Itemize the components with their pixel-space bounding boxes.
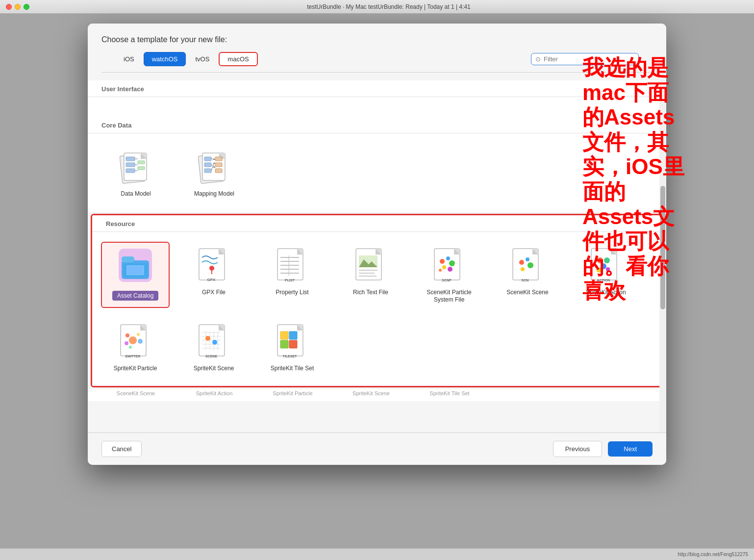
scnp-icon: SCNP xyxy=(429,246,469,285)
scrollbar-thumb[interactable] xyxy=(660,186,665,309)
svg-point-81 xyxy=(601,263,606,269)
rich-text-label: Rich Text File xyxy=(353,289,388,297)
emitter-icon: EMITTER xyxy=(116,322,155,361)
tab-ios[interactable]: iOS xyxy=(115,52,143,66)
spritekit-particle-partial: SpriteKit Particle xyxy=(258,389,327,397)
file-item-rich-text[interactable]: Rich Text File xyxy=(336,242,405,308)
resource-grid-row3: SceneKit Scene SpriteKit Action SpriteKi… xyxy=(88,389,666,401)
svg-point-80 xyxy=(604,257,610,263)
filter-input[interactable] xyxy=(544,55,634,63)
platform-tabs: iOS watchOS tvOS macOS xyxy=(115,52,258,66)
close-button[interactable] xyxy=(6,4,12,10)
window-chrome: testUrBundle · My Mac testUrBundle: Read… xyxy=(0,0,754,14)
svg-point-37 xyxy=(209,266,214,271)
svg-point-64 xyxy=(442,265,446,269)
svg-point-91 xyxy=(138,339,143,344)
svg-rect-113 xyxy=(280,331,288,339)
svg-rect-18 xyxy=(204,169,211,173)
file-item-spritekit-action[interactable]: ACTION SpriteKit Action xyxy=(572,242,640,308)
property-list-label: Property List xyxy=(276,289,308,297)
file-item-spritekit-tileset[interactable]: TILESET SpriteKit Tile Set xyxy=(258,318,327,377)
svg-text:SCN: SCN xyxy=(522,279,529,282)
section-header-resource: Resource xyxy=(92,215,662,232)
svg-rect-16 xyxy=(204,157,211,161)
svg-text:EMITTER: EMITTER xyxy=(126,355,141,358)
svg-point-72 xyxy=(526,257,529,261)
file-item-spritekit-particle[interactable]: EMITTER SpriteKit Particle xyxy=(101,318,170,377)
minimize-button[interactable] xyxy=(15,4,21,10)
filter-input-wrap[interactable]: ⊙ xyxy=(531,53,639,65)
file-item-scenekit-particle[interactable]: SCNP SceneKit Particle System File xyxy=(415,242,483,308)
file-item-asset-catalog[interactable]: Asset Catalog xyxy=(101,242,170,308)
file-item-spritekit-scene[interactable]: SCENE SpriteKit Scene xyxy=(179,318,248,377)
file-item-data-model[interactable]: Data Model xyxy=(101,143,170,202)
svg-rect-115 xyxy=(280,340,288,348)
spritekit-scene-partial: SpriteKit Scene xyxy=(337,389,405,397)
svg-rect-25 xyxy=(215,157,222,161)
svg-text:GPX: GPX xyxy=(207,278,216,282)
svg-point-92 xyxy=(125,341,128,345)
svg-point-74 xyxy=(521,267,525,271)
mapping-model-label: Mapping Model xyxy=(194,190,234,198)
svg-rect-30 xyxy=(122,256,134,262)
svg-text:ACTION: ACTION xyxy=(597,279,610,282)
maximize-button[interactable] xyxy=(24,4,29,10)
asset-catalog-selected-label: Asset Catalog xyxy=(112,291,159,301)
next-button[interactable]: Next xyxy=(608,441,653,457)
filter-area: ⊙ xyxy=(531,53,639,65)
svg-point-66 xyxy=(439,269,442,272)
svg-point-93 xyxy=(129,346,132,349)
dialog-footer: Cancel Previous Next xyxy=(88,433,666,465)
svg-point-71 xyxy=(519,260,524,265)
svg-rect-17 xyxy=(204,163,211,167)
user-interface-grid xyxy=(88,97,666,117)
scrollbar-track[interactable] xyxy=(659,80,666,433)
dialog-content[interactable]: User Interface Core Data xyxy=(88,80,666,433)
spritekit-action-partial: SpriteKit Action xyxy=(180,389,249,397)
new-file-dialog: Choose a template for your new file: iOS… xyxy=(88,24,666,465)
svg-rect-6 xyxy=(126,169,135,173)
file-item-gpx[interactable]: GPX GPX File xyxy=(179,242,248,308)
svg-text:SCNP: SCNP xyxy=(442,279,452,282)
svg-point-62 xyxy=(446,256,450,260)
file-item-property-list[interactable]: PLIST Property List xyxy=(258,242,327,308)
dialog-backdrop: 我选的是 mac下面 的Assets 文件，其 实，iOS里 面的 Assets… xyxy=(0,14,754,560)
previous-button[interactable]: Previous xyxy=(553,441,603,457)
filter-icon: ⊙ xyxy=(535,55,541,63)
svg-point-82 xyxy=(597,268,602,273)
svg-point-61 xyxy=(440,259,445,264)
emitter-label: SpriteKit Particle xyxy=(114,365,157,373)
svg-text:SCENE: SCENE xyxy=(205,355,217,358)
action-icon: ACTION xyxy=(586,246,626,285)
status-bar: http://blog.csdn.net/Feng512275 xyxy=(0,548,754,560)
asset-catalog-icon xyxy=(116,246,155,285)
tab-watchos[interactable]: watchOS xyxy=(144,52,186,66)
core-data-grid: Data Model xyxy=(88,133,666,212)
resource-section-outline: Resource xyxy=(91,214,663,388)
svg-point-90 xyxy=(137,333,140,336)
file-item-mapping-model[interactable]: Mapping Model xyxy=(180,143,249,202)
scn-label: SceneKit Scene xyxy=(506,289,548,297)
svg-point-73 xyxy=(528,262,533,268)
svg-point-63 xyxy=(449,260,455,266)
scene-label: SpriteKit Scene xyxy=(194,365,234,373)
plist-icon: PLIST xyxy=(273,246,312,285)
dialog-header: Choose a template for your new file: iOS… xyxy=(88,24,666,80)
mapping-model-icon xyxy=(195,147,234,186)
tab-macos[interactable]: macOS xyxy=(219,52,257,66)
svg-rect-33 xyxy=(127,266,143,274)
svg-point-65 xyxy=(448,267,452,272)
dialog-title: Choose a template for your new file: xyxy=(101,35,653,44)
svg-point-88 xyxy=(129,336,137,344)
status-url: http://blog.csdn.net/Feng512275 xyxy=(678,552,748,557)
tileset-label: SpriteKit Tile Set xyxy=(271,365,314,373)
tab-tvos[interactable]: tvOS xyxy=(187,52,218,66)
svg-point-107 xyxy=(205,336,210,341)
action-label: SpriteKit Action xyxy=(586,289,626,297)
cancel-button[interactable]: Cancel xyxy=(101,441,142,457)
traffic-lights xyxy=(6,4,29,10)
file-item-scenekit-scene[interactable]: SCN SceneKit Scene xyxy=(493,242,562,308)
tabs-row: iOS watchOS tvOS macOS ⊙ xyxy=(101,52,653,73)
rtf-icon xyxy=(351,246,390,285)
toolbar-title: testUrBundle · My Mac testUrBundle: Read… xyxy=(29,3,748,10)
